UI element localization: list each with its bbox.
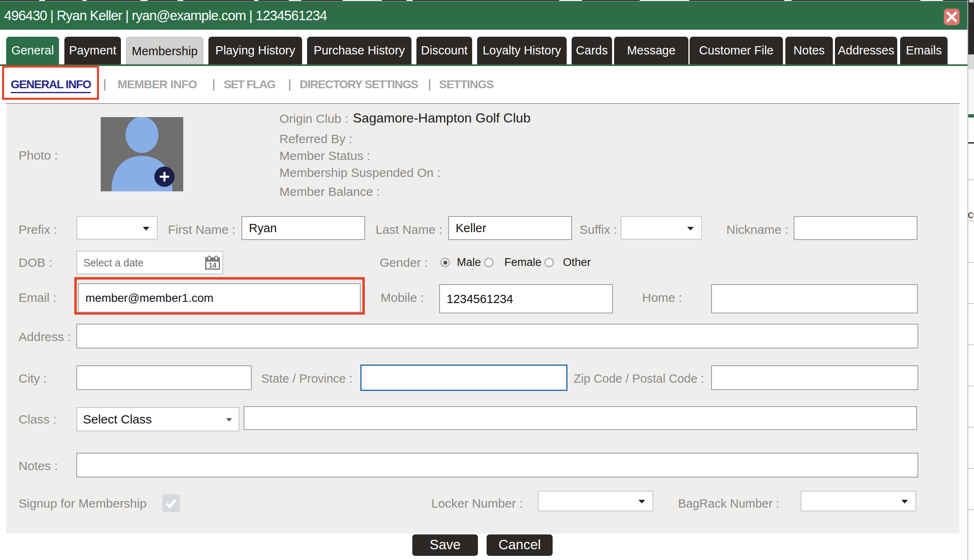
svg-text:14: 14 bbox=[209, 261, 217, 269]
